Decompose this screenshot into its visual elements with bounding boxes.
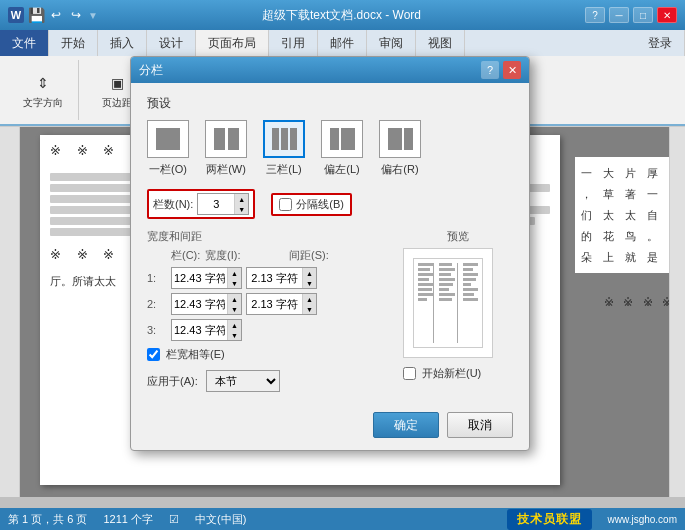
preview-box (403, 248, 493, 358)
dialog-body: 预设 一栏(O) 两栏(W) (131, 83, 529, 404)
status-words: 1211 个字 (103, 512, 153, 527)
status-site: www.jsgho.com (608, 514, 677, 525)
right-bars-icon (388, 128, 413, 150)
preset-two-col[interactable]: 两栏(W) (205, 120, 247, 177)
col-2-spacing-down[interactable]: ▼ (302, 304, 316, 314)
watermark: 技术员联盟 (507, 509, 592, 530)
minimize-button[interactable]: ─ (609, 7, 629, 23)
login-button[interactable]: 登录 (636, 30, 685, 56)
col-3-width-down[interactable]: ▼ (227, 330, 241, 340)
tab-references[interactable]: 引用 (269, 30, 318, 56)
sep-line-checkbox[interactable] (279, 198, 292, 211)
close-button[interactable]: ✕ (657, 7, 677, 23)
tab-mailing[interactable]: 邮件 (318, 30, 367, 56)
status-page: 第 1 页，共 6 页 (8, 512, 87, 527)
tab-review[interactable]: 审阅 (367, 30, 416, 56)
customize-icon[interactable]: ▼ (88, 10, 98, 21)
right-asterisk: ※ ※ ※ ※ (604, 295, 675, 309)
word-icon: W (8, 7, 24, 23)
col-2-width-input[interactable] (172, 294, 227, 314)
ribbon-tabs: 文件 开始 插入 设计 页面布局 引用 邮件 审阅 视图 登录 (0, 30, 685, 56)
col-1-spacing-spinner[interactable]: ▲ ▼ (246, 267, 317, 289)
col-3-width-up[interactable]: ▲ (227, 320, 241, 330)
preset-one-col-label: 一栏(O) (149, 162, 187, 177)
tab-home[interactable]: 开始 (49, 30, 98, 56)
help-button[interactable]: ? (585, 7, 605, 23)
preview-col-3 (461, 263, 478, 343)
dialog-help-button[interactable]: ? (481, 61, 499, 79)
col-2-spacing-up[interactable]: ▲ (302, 294, 316, 304)
col-1-spacing-up[interactable]: ▲ (302, 268, 316, 278)
window-controls: ? ─ □ ✕ (585, 7, 677, 23)
col-2-spacing-input[interactable] (247, 294, 302, 314)
col-1-width-up[interactable]: ▲ (227, 268, 241, 278)
new-col-checkbox[interactable] (403, 367, 416, 380)
two-bars-icon (214, 128, 239, 150)
equal-cols-row: 栏宽相等(E) (147, 347, 391, 362)
col-count-input[interactable] (198, 194, 234, 214)
col-1-width-spinner[interactable]: ▲ ▼ (171, 267, 242, 289)
three-bars-icon (272, 128, 297, 150)
title-icons: W 💾 ↩ ↪ ▼ (8, 7, 98, 23)
tab-page-layout[interactable]: 页面布局 (196, 30, 269, 56)
col-row-1-label: 1: (147, 272, 167, 284)
col-3-width-input[interactable] (172, 320, 227, 340)
save-icon[interactable]: 💾 (28, 7, 44, 23)
maximize-button[interactable]: □ (633, 7, 653, 23)
preset-left-col-label: 偏左(L) (324, 162, 359, 177)
equal-cols-label: 栏宽相等(E) (166, 347, 225, 362)
single-bar-icon (156, 128, 180, 150)
col-1-spacing-input[interactable] (247, 268, 302, 288)
presets-container: 一栏(O) 两栏(W) (147, 120, 513, 177)
width-spacing-label: 宽度和间距 (147, 229, 202, 244)
preset-three-col[interactable]: 三栏(L) (263, 120, 305, 177)
col-count-row: 栏数(N): ▲ ▼ 分隔线(B) (147, 189, 513, 219)
dialog-close-button[interactable]: ✕ (503, 61, 521, 79)
col-count-spinner[interactable]: ▲ ▼ (197, 193, 249, 215)
col-row-3-label: 3: (147, 324, 167, 336)
apply-row: 应用于(A): 本节 整篇文档 (147, 370, 391, 392)
left-scroll[interactable] (0, 127, 20, 497)
status-lang-icon: ☑ (169, 513, 179, 526)
tab-view[interactable]: 视图 (416, 30, 465, 56)
preview-col-2 (437, 263, 457, 343)
dialog-titlebar: 分栏 ? ✕ (131, 57, 529, 83)
col-row-3: 3: ▲ ▼ (147, 319, 391, 341)
col-count-up[interactable]: ▲ (234, 194, 248, 204)
tab-file[interactable]: 文件 (0, 30, 49, 56)
col-2-width-down[interactable]: ▼ (227, 304, 241, 314)
tab-design[interactable]: 设计 (147, 30, 196, 56)
preset-one-col[interactable]: 一栏(O) (147, 120, 189, 177)
col-2-width-spinner[interactable]: ▲ ▼ (171, 293, 242, 315)
dialog-title: 分栏 (139, 62, 481, 79)
col-3-width-spinner[interactable]: ▲ ▼ (171, 319, 242, 341)
col-2-spacing-spinner[interactable]: ▲ ▼ (246, 293, 317, 315)
sep-line-label: 分隔线(B) (296, 197, 344, 212)
redo-icon[interactable]: ↪ (68, 7, 84, 23)
col-headers: 栏(C): 宽度(I): 间距(S): (171, 248, 391, 263)
text-direction-icon: ⇕ (31, 71, 55, 95)
col-count-label: 栏数(N): (153, 197, 193, 212)
right-scrollbar[interactable] (669, 127, 685, 497)
dialog-main: 宽度和间距 栏(C): 宽度(I): 间距(S): 1: ▲ (147, 229, 513, 392)
equal-cols-checkbox[interactable] (147, 348, 160, 361)
preset-right-col[interactable]: 偏右(R) (379, 120, 421, 177)
tab-insert[interactable]: 插入 (98, 30, 147, 56)
undo-icon[interactable]: ↩ (48, 7, 64, 23)
text-direction-button[interactable]: ⇕ 文字方向 (16, 68, 70, 113)
ok-button[interactable]: 确定 (373, 412, 439, 438)
apply-select[interactable]: 本节 整篇文档 (206, 370, 280, 392)
col-2-width-up[interactable]: ▲ (227, 294, 241, 304)
spacing-header: 间距(S): (289, 248, 329, 263)
cancel-button[interactable]: 取消 (447, 412, 513, 438)
col-row-1: 1: ▲ ▼ ▲ ▼ (147, 267, 391, 289)
width-header: 宽度(I): (205, 248, 285, 263)
width-spacing-header: 宽度和间距 (147, 229, 391, 244)
preset-left-col[interactable]: 偏左(L) (321, 120, 363, 177)
col-1-width-input[interactable] (172, 268, 227, 288)
preset-right-col-icon (379, 120, 421, 158)
col-1-spacing-down[interactable]: ▼ (302, 278, 316, 288)
col-count-down[interactable]: ▼ (234, 204, 248, 214)
col-1-width-down[interactable]: ▼ (227, 278, 241, 288)
presets-section: 预设 一栏(O) 两栏(W) (147, 95, 513, 177)
